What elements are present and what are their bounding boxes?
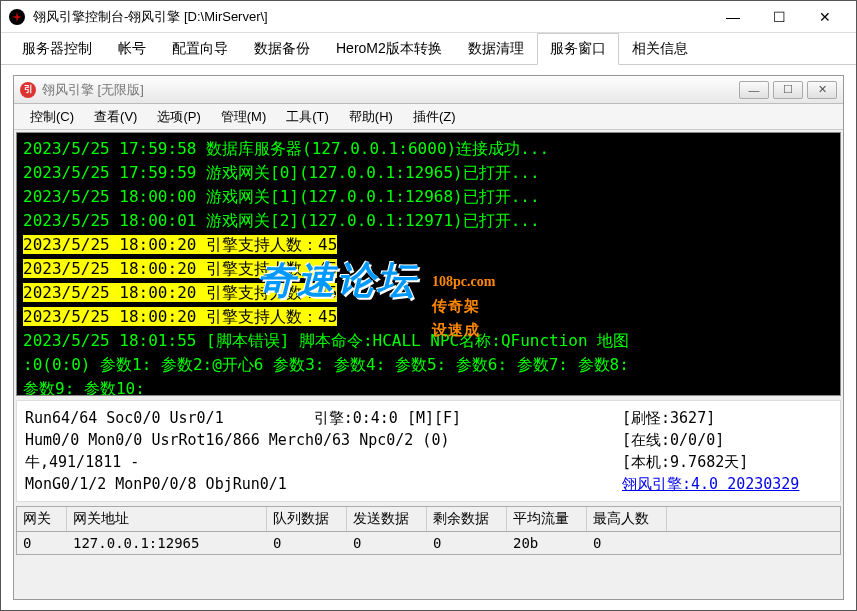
log-line: :0(0:0) 参数1: 参数2:@开心6 参数3: 参数4: 参数5: 参数6… <box>23 353 834 377</box>
maximize-button[interactable]: ☐ <box>756 2 802 32</box>
inner-close-button[interactable]: ✕ <box>807 81 837 99</box>
cell: 127.0.0.1:12965 <box>67 532 267 554</box>
menu-item-3[interactable]: 管理(M) <box>211 105 277 129</box>
inner-app-icon: 引 <box>20 82 36 98</box>
table-row[interactable]: 0127.0.0.1:1296500020b0 <box>17 532 840 554</box>
app-icon <box>9 9 25 25</box>
status-panel: Run64/64 Soc0/0 Usr0/1引擎:0:4:0 [M][F] [刷… <box>16 400 841 502</box>
log-line: 2023/5/25 18:00:20 引擎支持人数：45 <box>23 281 834 305</box>
cell: 0 <box>347 532 427 554</box>
close-button[interactable]: ✕ <box>802 2 848 32</box>
log-line: 2023/5/25 18:00:20 引擎支持人数：45 <box>23 305 834 329</box>
status-online: [在线:0/0/0] <box>622 429 832 451</box>
log-line: 2023/5/25 18:00:01 游戏网关[2](127.0.0.1:129… <box>23 209 834 233</box>
cell: 0 <box>17 532 67 554</box>
log-line: 2023/5/25 18:00:20 引擎支持人数：45 <box>23 257 834 281</box>
menu-item-2[interactable]: 选项(P) <box>147 105 210 129</box>
gateway-table: 网关网关地址队列数据发送数据剩余数据平均流量最高人数 0127.0.0.1:12… <box>16 506 841 555</box>
log-line: 2023/5/25 18:00:20 引擎支持人数：45 <box>23 233 834 257</box>
status-engine: 引擎:0:4:0 [M][F] <box>314 409 461 427</box>
inner-menubar: 控制(C)查看(V)选项(P)管理(M)工具(T)帮助(H)插件(Z) <box>14 104 843 130</box>
log-line: 参数9: 参数10: <box>23 377 834 396</box>
cell: 0 <box>427 532 507 554</box>
inner-window: 引 翎风引擎 [无限版] — ☐ ✕ 控制(C)查看(V)选项(P)管理(M)工… <box>13 75 844 600</box>
cell: 20b <box>507 532 587 554</box>
menu-item-1[interactable]: 查看(V) <box>84 105 147 129</box>
engine-version-link[interactable]: 翎风引擎:4.0 20230329 <box>622 475 799 493</box>
main-tabs: 服务器控制帐号配置向导数据备份HeroM2版本转换数据清理服务窗口相关信息 <box>1 33 856 65</box>
status-run: Run64/64 Soc0/0 Usr0/1 <box>25 409 224 427</box>
col-header[interactable]: 最高人数 <box>587 507 667 531</box>
tab-0[interactable]: 服务器控制 <box>9 33 105 65</box>
tab-7[interactable]: 相关信息 <box>619 33 701 65</box>
window-title: 翎风引擎控制台-翎风引擎 [D:\MirServer\] <box>33 8 710 26</box>
status-hum: Hum0/0 Mon0/0 UsrRot16/866 Merch0/63 Npc… <box>25 429 622 451</box>
menu-item-6[interactable]: 插件(Z) <box>403 105 466 129</box>
inner-window-title: 翎风引擎 [无限版] <box>42 81 739 99</box>
inner-minimize-button[interactable]: — <box>739 81 769 99</box>
tab-1[interactable]: 帐号 <box>105 33 159 65</box>
status-uptime: [本机:9.7682天] <box>622 451 832 473</box>
inner-maximize-button[interactable]: ☐ <box>773 81 803 99</box>
tab-3[interactable]: 数据备份 <box>241 33 323 65</box>
menu-item-4[interactable]: 工具(T) <box>276 105 339 129</box>
log-console: 2023/5/25 17:59:58 数据库服务器(127.0.0.1:6000… <box>16 132 841 396</box>
status-misc: 牛,491/1811 - <box>25 451 622 473</box>
inner-titlebar: 引 翎风引擎 [无限版] — ☐ ✕ <box>14 76 843 104</box>
log-line: 2023/5/25 18:01:55 [脚本错误] 脚本命令:HCALL NPC… <box>23 329 834 353</box>
log-line: 2023/5/25 18:00:00 游戏网关[1](127.0.0.1:129… <box>23 185 834 209</box>
col-header[interactable]: 发送数据 <box>347 507 427 531</box>
cell: 0 <box>587 532 667 554</box>
col-header[interactable]: 平均流量 <box>507 507 587 531</box>
col-header[interactable]: 队列数据 <box>267 507 347 531</box>
col-header[interactable]: 网关地址 <box>67 507 267 531</box>
status-spawn: [刷怪:3627] <box>622 407 832 429</box>
menu-item-0[interactable]: 控制(C) <box>20 105 84 129</box>
table-header: 网关网关地址队列数据发送数据剩余数据平均流量最高人数 <box>17 507 840 532</box>
log-line: 2023/5/25 17:59:59 游戏网关[0](127.0.0.1:129… <box>23 161 834 185</box>
tab-6[interactable]: 服务窗口 <box>537 33 619 65</box>
tab-5[interactable]: 数据清理 <box>455 33 537 65</box>
col-header[interactable]: 网关 <box>17 507 67 531</box>
minimize-button[interactable]: — <box>710 2 756 32</box>
outer-titlebar: 翎风引擎控制台-翎风引擎 [D:\MirServer\] — ☐ ✕ <box>1 1 856 33</box>
cell: 0 <box>267 532 347 554</box>
tab-4[interactable]: HeroM2版本转换 <box>323 33 455 65</box>
tab-2[interactable]: 配置向导 <box>159 33 241 65</box>
log-line: 2023/5/25 17:59:58 数据库服务器(127.0.0.1:6000… <box>23 137 834 161</box>
menu-item-5[interactable]: 帮助(H) <box>339 105 403 129</box>
status-mon: MonG0/1/2 MonP0/0/8 ObjRun0/1 <box>25 473 622 495</box>
col-header[interactable]: 剩余数据 <box>427 507 507 531</box>
